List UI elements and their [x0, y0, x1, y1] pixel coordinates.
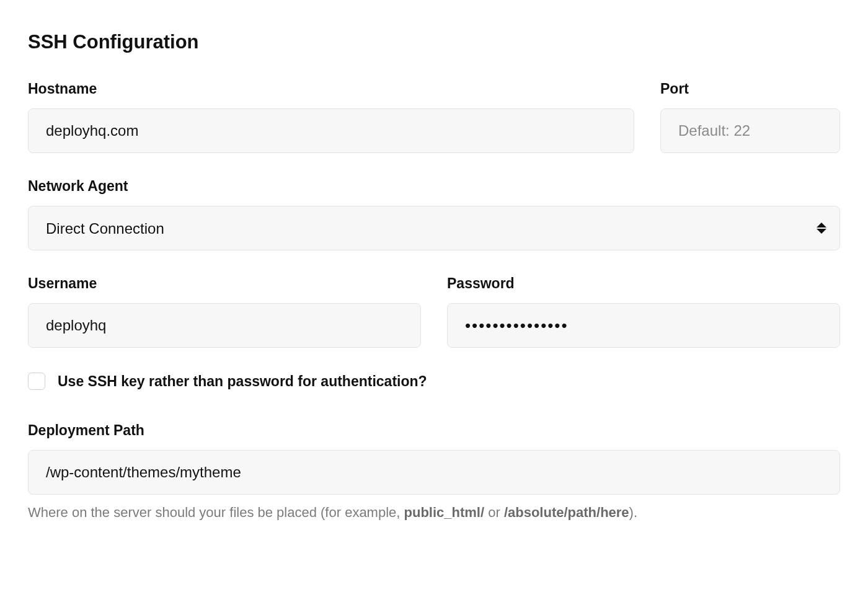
field-password: Password [447, 275, 840, 348]
field-network-agent: Network Agent Direct Connection [28, 178, 840, 250]
help-text-middle: or [484, 505, 504, 520]
field-hostname: Hostname [28, 81, 634, 153]
field-deployment-path: Deployment Path Where on the server shou… [28, 422, 840, 523]
deployment-path-help: Where on the server should your files be… [28, 503, 840, 523]
help-text-example1: public_html/ [404, 505, 485, 520]
help-text-prefix: Where on the server should your files be… [28, 505, 404, 520]
help-text-example2: /absolute/path/here [504, 505, 629, 520]
row-network-agent: Network Agent Direct Connection [28, 178, 840, 250]
network-agent-select[interactable]: Direct Connection [28, 206, 840, 250]
row-username-password: Username Password [28, 275, 840, 348]
deployment-path-label: Deployment Path [28, 422, 840, 439]
ssh-key-checkbox-label: Use SSH key rather than password for aut… [58, 373, 427, 390]
ssh-key-checkbox-row: Use SSH key rather than password for aut… [28, 373, 840, 390]
hostname-input[interactable] [28, 108, 634, 153]
username-input[interactable] [28, 303, 421, 348]
deployment-path-input[interactable] [28, 450, 840, 495]
port-label: Port [660, 81, 840, 97]
port-input[interactable] [660, 108, 840, 153]
network-agent-select-wrap: Direct Connection [28, 206, 840, 250]
password-input[interactable] [447, 303, 840, 348]
username-label: Username [28, 275, 421, 292]
section-title: SSH Configuration [28, 31, 840, 53]
password-label: Password [447, 275, 840, 292]
field-username: Username [28, 275, 421, 348]
help-text-suffix: ). [629, 505, 637, 520]
row-hostname-port: Hostname Port [28, 81, 840, 153]
field-port: Port [660, 81, 840, 153]
network-agent-label: Network Agent [28, 178, 840, 195]
hostname-label: Hostname [28, 81, 634, 97]
ssh-key-checkbox[interactable] [28, 373, 45, 390]
